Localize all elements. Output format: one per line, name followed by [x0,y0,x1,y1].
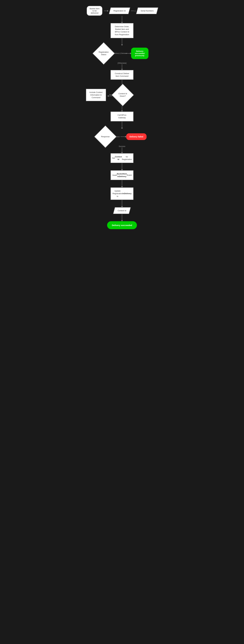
arrow-down-6 [122,122,122,129]
call-bproc-node: Call BProc Gateway [111,112,133,121]
registration-status-row: Registration Status InDelivery || Delive… [82,46,162,62]
basket-item-node: Basket Item to be delivered [87,6,103,16]
delivery-succeeded-node: Delivery succeeded [107,221,137,229]
registration-id-node: Registration Id [109,8,130,14]
determine-order-node: Determine Order, Basket Item and BProc C… [111,23,133,38]
serial-numbers-node: Serial Numbers [136,8,158,14]
context-id-row: Include Context Information in Command Y… [82,87,162,103]
delivery-failed-node: Delivery failed [126,133,146,140]
delivery-succeeded-previously-node: Delivery succeeded previously [131,48,148,59]
context-id-diamond: Context Id Given? [115,87,131,103]
arrow-down-11 [122,214,122,221]
set-context-id-node: Set Context Id for Registration [111,153,133,163]
await-basket-node: Await BasketItem InDelivery Event [111,170,133,180]
arrow-to-success-prev: InDelivery || Delivered [113,52,131,54]
response-row: Response Failure Delivery failed [82,129,162,145]
arrow-down-9 [122,180,122,187]
diagram-container: Basket Item to be delivered Registration… [79,0,165,644]
success-label: Success [119,145,125,148]
arrow-down-1 [122,16,122,23]
context-id-output-node: Context Id [113,207,131,214]
left-side: Include Context Information in Command Y… [82,89,113,101]
arrow-down-8 [122,163,122,170]
arrow-down-10 [122,200,122,207]
otherwise-label: [Otherwise] [118,62,126,64]
construct-deliver-node: Construct Deliver Item Command [111,70,133,80]
arrow-down-5 [122,106,122,112]
arrow-right-1 [104,11,108,11]
update-registration-node: Update Registration to InDelivery [111,187,133,200]
include-context-node: Include Context Information in Command [86,89,106,101]
arrow-down-2 [122,38,122,46]
response-diamond: Response [98,129,113,145]
start-row: Basket Item to be delivered Registration… [82,6,162,16]
arrow-down-3 [122,64,122,70]
arrow-down-7 [122,148,122,153]
arrow-right-2: ◁ [131,10,135,12]
registration-status-diamond: Registration Status [96,46,112,62]
